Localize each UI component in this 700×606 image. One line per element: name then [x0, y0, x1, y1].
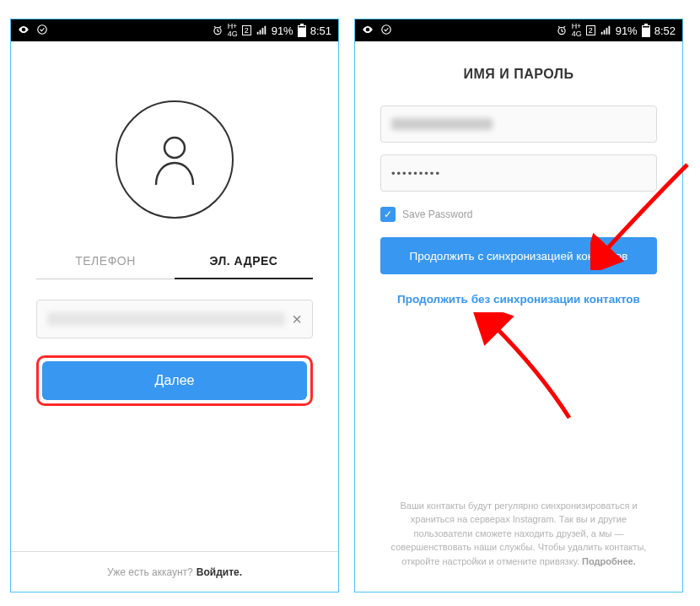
phone-screenshot-left: H+4G 2 91% 8:51 ТЕЛЕФОН ЭЛ. АДРЕС — [10, 19, 339, 592]
svg-rect-5 — [299, 26, 305, 28]
eye-icon — [18, 24, 30, 38]
checkbox-checked-icon[interactable]: ✓ — [380, 207, 396, 222]
network-type-icon: H+4G — [572, 23, 582, 38]
highlight-frame: Далее — [36, 355, 313, 406]
svg-point-6 — [164, 138, 185, 158]
save-password-label: Save Password — [402, 208, 472, 220]
signal-icon — [256, 24, 267, 36]
svg-rect-12 — [643, 26, 649, 28]
svg-point-7 — [367, 28, 369, 30]
battery-level: 91% — [272, 24, 293, 37]
contacts-disclaimer: Ваши контакты будут регулярно синхронизи… — [380, 499, 657, 592]
page-title: ИМЯ И ПАРОЛЬ — [380, 67, 657, 82]
network-type-icon: H+4G — [228, 23, 238, 38]
password-mask: ••••••••• — [391, 167, 441, 180]
svg-rect-10 — [644, 24, 648, 25]
signal-icon — [600, 24, 611, 36]
battery-icon — [642, 24, 650, 37]
login-link[interactable]: Войдите. — [197, 566, 242, 578]
person-icon — [151, 133, 198, 187]
continue-without-sync-link[interactable]: Продолжить без синхронизации контактов — [380, 293, 657, 306]
status-bar: H+4G 2 91% 8:52 — [355, 19, 682, 41]
sim2-icon: 2 — [586, 25, 595, 35]
svg-point-1 — [38, 24, 47, 34]
email-value-redacted — [47, 312, 285, 326]
eye-icon — [362, 24, 374, 38]
next-button[interactable]: Далее — [42, 361, 307, 400]
sync-icon — [380, 24, 392, 38]
signup-tabs: ТЕЛЕФОН ЭЛ. АДРЕС — [36, 244, 313, 279]
clear-icon[interactable]: × — [292, 310, 302, 329]
phone-screenshot-right: H+4G 2 91% 8:52 ИМЯ И ПАРОЛЬ ••••••••• ✓… — [354, 19, 683, 592]
save-password-row[interactable]: ✓ Save Password — [380, 207, 657, 222]
alarm-icon — [212, 24, 223, 36]
status-bar: H+4G 2 91% 8:51 — [11, 19, 338, 41]
battery-icon — [298, 24, 306, 37]
avatar-placeholder — [36, 100, 313, 219]
name-value-redacted — [391, 118, 493, 130]
learn-more-link[interactable]: Подробнее. — [582, 556, 636, 566]
continue-with-sync-button[interactable]: Продолжить с синхронизацией контактов — [380, 237, 657, 274]
password-field[interactable]: ••••••••• — [380, 154, 657, 192]
svg-rect-3 — [300, 24, 304, 25]
sim2-icon: 2 — [242, 25, 251, 35]
tab-email[interactable]: ЭЛ. АДРЕС — [175, 244, 313, 279]
email-field[interactable]: × — [36, 300, 313, 338]
svg-point-0 — [23, 28, 24, 30]
name-field[interactable] — [380, 106, 657, 143]
tab-phone[interactable]: ТЕЛЕФОН — [36, 244, 175, 279]
clock: 8:51 — [310, 24, 331, 37]
login-footer: Уже есть аккаунт? Войдите. — [11, 551, 338, 592]
sync-icon — [36, 24, 48, 38]
alarm-icon — [556, 24, 568, 36]
clock: 8:52 — [654, 24, 676, 37]
login-prompt: Уже есть аккаунт? — [107, 566, 193, 578]
svg-point-8 — [382, 24, 391, 34]
battery-level: 91% — [616, 24, 638, 37]
